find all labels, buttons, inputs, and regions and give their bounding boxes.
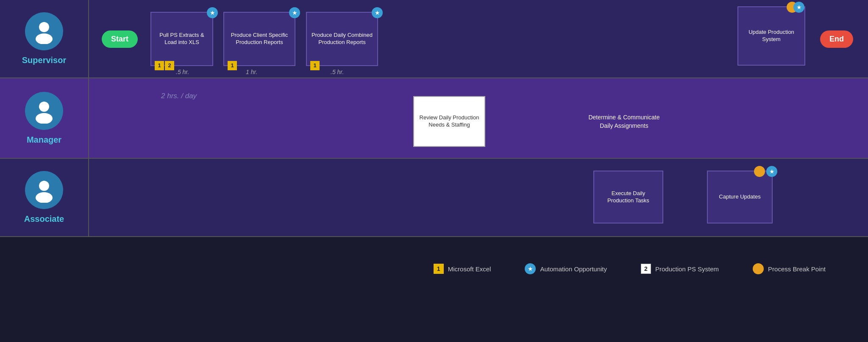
person-icon bbox=[31, 19, 57, 44]
svg-point-14 bbox=[39, 22, 49, 32]
legend-label-2: Production PS System bbox=[655, 265, 719, 273]
manager-time-label: 2 hrs. / day bbox=[161, 92, 197, 100]
end-button[interactable]: End bbox=[820, 30, 853, 48]
capture-star-badge: ★ bbox=[766, 166, 777, 177]
pull-ps-time: .5 hr. bbox=[176, 69, 189, 75]
legend-item-1: 1 Microsoft Excel bbox=[434, 264, 491, 274]
supervisor-label: Supervisor bbox=[0, 0, 89, 77]
manager-avatar bbox=[25, 92, 63, 130]
produce-client-box[interactable]: ★ Produce Client Specific Production Rep… bbox=[223, 12, 295, 66]
produce-client-time: 1 hr. bbox=[246, 69, 258, 75]
svg-point-17 bbox=[36, 113, 53, 124]
svg-point-16 bbox=[39, 102, 49, 112]
legend-item-star: ★ Automation Opportunity bbox=[525, 263, 607, 274]
manager-label: Manager bbox=[0, 78, 89, 158]
execute-box[interactable]: Execute Daily Production Tasks bbox=[593, 171, 663, 223]
supervisor-lane: Supervisor Start ★ Pull PS Extracts & Lo… bbox=[0, 0, 868, 78]
start-button[interactable]: Start bbox=[102, 30, 138, 48]
pull-ps-badge-2: 2 bbox=[165, 61, 174, 70]
legend-label-orange: Process Break Point bbox=[768, 265, 826, 273]
produce-daily-box[interactable]: ★ Produce Daily Combined Production Repo… bbox=[306, 12, 378, 66]
pull-ps-star-badge: ★ bbox=[207, 7, 218, 18]
associate-avatar bbox=[25, 171, 63, 209]
person-icon-mgr bbox=[31, 98, 57, 124]
pull-ps-badge-1: 1 bbox=[155, 61, 164, 70]
legend-orange-icon bbox=[753, 263, 764, 274]
associate-name: Associate bbox=[24, 214, 64, 224]
person-icon-assoc bbox=[31, 177, 57, 203]
legend-star-icon: ★ bbox=[525, 263, 536, 274]
update-prod-star-badge: ★ bbox=[793, 2, 804, 13]
produce-daily-time: .5 hr. bbox=[331, 69, 344, 75]
capture-box[interactable]: ★ Capture Updates bbox=[707, 171, 773, 223]
associate-label: Associate bbox=[0, 159, 89, 236]
legend-item-orange: Process Break Point bbox=[753, 263, 826, 274]
legend-item-2: 2 Production PS System bbox=[641, 264, 719, 274]
legend-label-1: Microsoft Excel bbox=[448, 265, 491, 273]
legend-badge-2: 2 bbox=[641, 264, 651, 274]
supervisor-avatar bbox=[25, 12, 63, 50]
svg-point-15 bbox=[36, 33, 53, 44]
legend-area: 1 Microsoft Excel ★ Automation Opportuni… bbox=[0, 237, 868, 301]
pull-ps-box[interactable]: ★ Pull PS Extracts & Load into XLS 1 2 bbox=[150, 12, 213, 66]
manager-lane: Manager 2 hrs. / day Review Daily Produc… bbox=[0, 78, 868, 159]
legend-label-star: Automation Opportunity bbox=[540, 265, 607, 273]
capture-orange-badge bbox=[754, 166, 765, 177]
produce-daily-badge-1: 1 bbox=[310, 61, 320, 70]
manager-name: Manager bbox=[27, 135, 61, 145]
associate-lane: Associate Execute Daily Production Tasks… bbox=[0, 159, 868, 237]
legend-badge-1: 1 bbox=[434, 264, 444, 274]
produce-client-badge-1: 1 bbox=[228, 61, 237, 70]
produce-daily-star-badge: ★ bbox=[372, 7, 383, 18]
review-daily-box[interactable]: Review Daily Production Needs & Staffing bbox=[413, 96, 485, 147]
determine-box[interactable]: Determine & Communicate Daily Assignment… bbox=[585, 95, 663, 148]
diagram-container: Supervisor Start ★ Pull PS Extracts & Lo… bbox=[0, 0, 868, 342]
supervisor-name: Supervisor bbox=[22, 55, 66, 65]
svg-point-18 bbox=[39, 181, 49, 191]
svg-point-19 bbox=[36, 192, 53, 203]
produce-client-star-badge: ★ bbox=[289, 7, 300, 18]
update-prod-box[interactable]: ★ Update Production System bbox=[737, 6, 805, 66]
